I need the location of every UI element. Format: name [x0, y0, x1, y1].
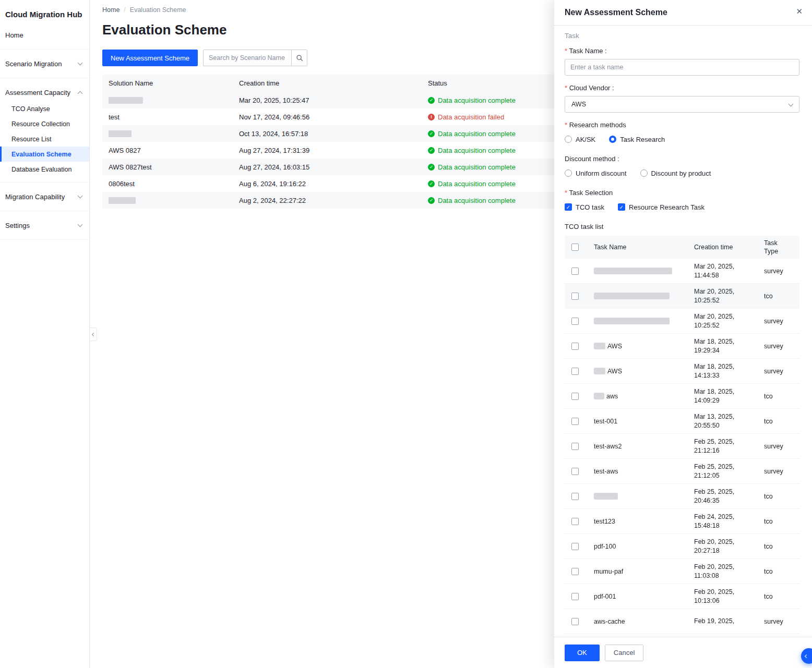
- tco-task-row[interactable]: Mar 20, 2025, 10:25:52 tco: [565, 284, 799, 309]
- cancel-button[interactable]: Cancel: [605, 645, 643, 661]
- creation-time: Mar 18, 2025, 19:29:34: [686, 337, 756, 355]
- task-name: test-001: [594, 418, 617, 425]
- sidebar-group-label: Settings: [5, 222, 30, 229]
- row-checkbox[interactable]: [571, 593, 579, 600]
- breadcrumb-home[interactable]: Home: [102, 6, 120, 14]
- creation-clock-line: 10:25:52: [694, 321, 756, 330]
- creation-date-line: Mar 20, 2025,: [694, 312, 756, 321]
- creation-time: Aug 2, 2024, 22:27:22: [239, 197, 428, 204]
- tco-task-row[interactable]: test123 Feb 24, 2025, 15:48:18 tco: [565, 509, 799, 534]
- drawer-header: New Assessment Scheme ✕: [554, 0, 812, 26]
- sidebar-group-migration-capability[interactable]: Migration Capability: [0, 188, 89, 205]
- task-type: survey: [756, 443, 799, 450]
- status-text: Data acquisition failed: [438, 113, 504, 121]
- search-input[interactable]: [203, 50, 292, 66]
- divider: [0, 49, 89, 50]
- sidebar-group-scenario-migration[interactable]: Scenario Migration: [0, 55, 89, 72]
- radio-label: Discount by product: [651, 169, 711, 177]
- radio-option[interactable]: Discount by product: [640, 169, 711, 177]
- row-checkbox[interactable]: [571, 618, 579, 625]
- row-checkbox[interactable]: [571, 368, 579, 375]
- tco-task-row[interactable]: mumu-paf Feb 20, 2025, 11:03:08 tco: [565, 559, 799, 584]
- search-button[interactable]: [292, 50, 307, 66]
- select-all-checkbox[interactable]: [571, 244, 579, 251]
- new-assessment-scheme-drawer: New Assessment Scheme ✕ Task Task Name :…: [554, 0, 812, 668]
- creation-clock-line: 19:29:34: [694, 346, 756, 355]
- status-icon: [428, 97, 435, 104]
- sidebar-item[interactable]: TCO Analyse: [0, 101, 89, 116]
- sidebar-item[interactable]: Resource List: [0, 131, 89, 147]
- tco-task-row[interactable]: pdf-100 Feb 20, 2025, 20:27:18 tco: [565, 534, 799, 559]
- task-type: survey: [756, 268, 799, 275]
- row-checkbox[interactable]: [571, 418, 579, 425]
- sidebar-item-label: Database Evaluation: [11, 166, 71, 173]
- row-checkbox[interactable]: [571, 268, 579, 275]
- divider: [0, 211, 89, 211]
- sidebar-item[interactable]: Evaluation Scheme: [0, 147, 89, 162]
- creation-time: Feb 25, 2025, 20:46:35: [686, 488, 756, 505]
- column-header-solution-name: Solution Name: [109, 79, 239, 87]
- radio-option[interactable]: Task Research: [609, 136, 665, 143]
- radio-option[interactable]: Uniform discount: [565, 169, 627, 177]
- tco-task-row[interactable]: Feb 25, 2025, 20:46:35 tco: [565, 484, 799, 509]
- status-text: Data acquisition complete: [438, 197, 516, 204]
- ok-button[interactable]: OK: [565, 645, 600, 661]
- sidebar-item[interactable]: Database Evaluation: [0, 162, 89, 177]
- creation-clock-line: 20:27:18: [694, 546, 756, 555]
- creation-time: Feb 19, 2025,: [686, 617, 756, 626]
- row-checkbox[interactable]: [571, 468, 579, 475]
- column-header-task-type: Task Type: [756, 239, 786, 256]
- creation-date-line: Mar 18, 2025,: [694, 337, 756, 346]
- checkbox-option[interactable]: Resource Research Task: [618, 203, 704, 211]
- tco-task-row[interactable]: test-001 Mar 13, 2025, 20:55:50 tco: [565, 409, 799, 434]
- tco-task-row[interactable]: test-aws Feb 25, 2025, 21:12:05 survey: [565, 459, 799, 484]
- sidebar-group-assessment-capacity[interactable]: Assessment Capacity: [0, 83, 89, 101]
- row-checkbox[interactable]: [571, 443, 579, 450]
- tco-task-row[interactable]: AWS Mar 18, 2025, 19:29:34 survey: [565, 334, 799, 359]
- row-checkbox[interactable]: [571, 393, 579, 400]
- row-checkbox[interactable]: [571, 318, 579, 325]
- cloud-vendor-value: AWS: [571, 101, 586, 108]
- redacted-block: [109, 197, 136, 204]
- tco-table-body: Mar 20, 2025, 11:44:58 survey: [565, 259, 799, 634]
- sidebar-item-label: Resource List: [11, 136, 51, 143]
- tco-task-row[interactable]: test-aws2 Feb 25, 2025, 21:12:16 survey: [565, 434, 799, 459]
- task-type: tco: [756, 568, 799, 575]
- sidebar-item-home[interactable]: Home: [0, 26, 89, 44]
- tco-task-row[interactable]: aws Mar 18, 2025, 14:09:29 tco: [565, 384, 799, 409]
- sidebar-item[interactable]: Resource Collection: [0, 116, 89, 131]
- row-checkbox[interactable]: [571, 543, 579, 550]
- tco-task-row[interactable]: AWS Mar 18, 2025, 14:13:33 survey: [565, 359, 799, 384]
- row-checkbox[interactable]: [571, 518, 579, 525]
- tco-task-row[interactable]: pdf-001 Feb 20, 2025, 10:13:06 tco: [565, 584, 799, 609]
- creation-date-line: Mar 20, 2025,: [694, 262, 756, 271]
- drawer-body: Task Task Name : Cloud Vendor : AWS Rese…: [554, 26, 812, 637]
- task-name-input[interactable]: [565, 59, 799, 76]
- cloud-vendor-label: Cloud Vendor :: [565, 84, 799, 92]
- sidebar: Cloud Migration Hub Home Scenario Migrat…: [0, 0, 90, 668]
- tco-task-row[interactable]: Mar 20, 2025, 11:44:58 survey: [565, 259, 799, 284]
- row-checkbox[interactable]: [571, 493, 579, 500]
- tco-task-row[interactable]: Mar 20, 2025, 10:25:52 survey: [565, 309, 799, 334]
- row-checkbox[interactable]: [571, 343, 579, 350]
- row-checkbox[interactable]: [571, 568, 579, 575]
- checkbox-option[interactable]: TCO task: [565, 203, 604, 211]
- creation-time: Mar 20, 2025, 11:44:58: [686, 262, 756, 280]
- task-type: tco: [756, 293, 799, 300]
- new-assessment-scheme-button[interactable]: New Assessment Scheme: [102, 50, 198, 66]
- cloud-vendor-select[interactable]: AWS: [565, 96, 799, 113]
- creation-clock-line: 15:48:18: [694, 521, 756, 530]
- sidebar-collapse-handle[interactable]: [90, 327, 97, 341]
- creation-time: Aug 27, 2024, 16:03:15: [239, 163, 428, 171]
- app-title: Cloud Migration Hub: [0, 0, 89, 26]
- row-checkbox[interactable]: [571, 293, 579, 300]
- redacted-block: [594, 293, 670, 299]
- task-name-cell: [586, 293, 686, 299]
- status-icon: [428, 164, 435, 171]
- tco-task-row[interactable]: aws-cache Feb 19, 2025, survey: [565, 609, 799, 634]
- task-name-cell: pdf-001: [586, 593, 686, 600]
- radio-option[interactable]: AK/SK: [565, 136, 595, 143]
- sidebar-group-settings[interactable]: Settings: [0, 216, 89, 234]
- checkbox-icon: [565, 203, 572, 211]
- close-icon[interactable]: ✕: [796, 7, 803, 16]
